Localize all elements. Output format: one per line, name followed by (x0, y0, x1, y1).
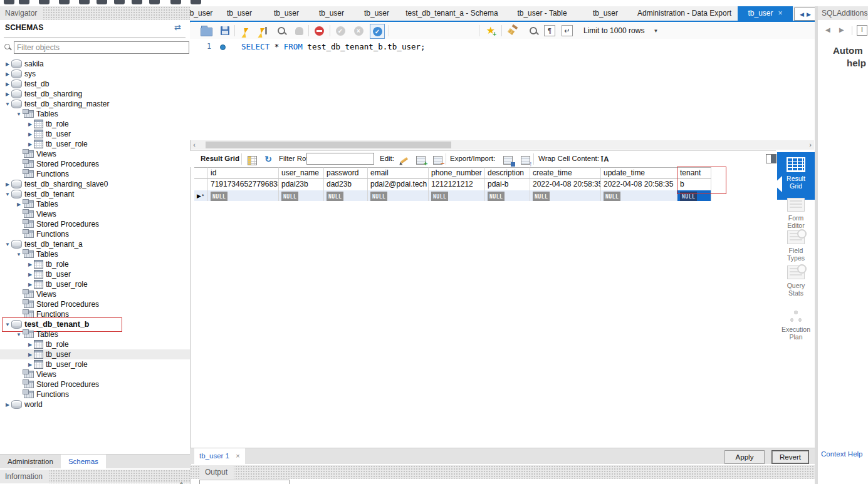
save-script-icon[interactable] (218, 24, 232, 38)
tree-item-tables[interactable]: ▶Tables (0, 199, 190, 209)
stop-on-error-icon[interactable] (312, 24, 326, 38)
chevron-collapsed-icon[interactable]: ▶ (4, 91, 11, 97)
refresh-icon[interactable]: ↻ (261, 152, 275, 166)
sidebar-query-stats-button[interactable]: QueryStats (777, 265, 815, 297)
data-cell-password[interactable]: dad23b (324, 178, 368, 190)
tree-item-test-db-sharding-slave0[interactable]: ▶test_db_sharding_slave0 (0, 179, 190, 189)
chevron-collapsed-icon[interactable]: ▶ (26, 342, 34, 348)
main-toolbar-icon[interactable] (19, 0, 29, 4)
editor-tab[interactable]: tb_user (309, 6, 354, 21)
tree-item-stored-procedures[interactable]: Stored Procedures (0, 379, 190, 389)
edit-record-icon[interactable] (397, 153, 410, 167)
chevron-collapsed-icon[interactable]: ▶ (26, 142, 34, 147)
wrap-cell-icon[interactable]: ĪA (601, 155, 610, 163)
apply-button[interactable]: Apply (724, 450, 765, 464)
tree-item-tb-role[interactable]: ▶tb_role (0, 339, 190, 349)
tab-close-icon[interactable]: × (778, 9, 783, 18)
main-toolbar-icon[interactable] (132, 0, 142, 4)
chevron-collapsed-icon[interactable]: ▶ (26, 262, 34, 267)
sidebar-execution-plan-button[interactable]: ExecutionPlan (777, 311, 815, 341)
chevron-collapsed-icon[interactable]: ▶ (26, 131, 34, 137)
chevron-expanded-icon[interactable]: ▼ (4, 242, 11, 247)
collapse-sidebar-icon[interactable] (766, 154, 776, 163)
chevron-collapsed-icon[interactable]: ▶ (26, 362, 34, 368)
null-cell-tenant[interactable]: NULL (677, 190, 711, 201)
null-cell-create_time[interactable]: NULL (530, 190, 601, 201)
sidebar-result-grid-button[interactable]: ResultGrid (777, 152, 815, 200)
column-header-update_time[interactable]: update_time (601, 167, 677, 178)
null-cell-description[interactable]: NULL (485, 190, 530, 201)
tab-administration[interactable]: Administration (0, 455, 61, 468)
tree-item-tb-role[interactable]: ▶tb_role (0, 119, 190, 129)
chevron-collapsed-icon[interactable]: ▶ (15, 202, 23, 207)
chevron-expanded-icon[interactable]: ▼ (15, 332, 23, 337)
tree-item-views[interactable]: Views (0, 149, 190, 159)
chevron-expanded-icon[interactable]: ▼ (4, 101, 11, 107)
chevron-collapsed-icon[interactable]: ▶ (26, 272, 34, 277)
main-toolbar-icon[interactable] (79, 0, 90, 4)
show-invisibles-icon[interactable]: ¶ (543, 24, 557, 38)
column-header-password[interactable]: password (324, 167, 368, 178)
tree-item-tb-user[interactable]: ▶tb_user (0, 269, 190, 279)
editor-tab[interactable]: tb_user (264, 6, 309, 21)
tree-item-functions[interactable]: Functions (0, 389, 190, 399)
null-cell-email[interactable]: NULL (368, 190, 429, 201)
main-toolbar-icon[interactable] (4, 0, 14, 4)
tree-item-test-db-tenant[interactable]: ▼test_db_tenant (0, 189, 190, 199)
tree-item-tables[interactable]: ▼Tables (0, 109, 190, 119)
column-header-description[interactable]: description (485, 167, 530, 178)
chevron-collapsed-icon[interactable]: ▶ (4, 61, 11, 67)
data-cell-phone_number[interactable]: 1212121212 (429, 178, 485, 190)
chevron-up-icon[interactable]: ^ (179, 481, 184, 484)
save-snippet-icon[interactable]: ★+ (484, 24, 498, 38)
tree-item-views[interactable]: Views (0, 289, 190, 299)
chevron-collapsed-icon[interactable]: ▶ (4, 71, 11, 77)
chevron-expanded-icon[interactable]: ▼ (4, 192, 11, 197)
null-cell-id[interactable]: NULL (208, 190, 279, 201)
export-icon[interactable] (501, 153, 515, 167)
beautify-icon[interactable] (506, 24, 520, 38)
tree-item-tb-user-role[interactable]: ▶tb_user_role (0, 139, 190, 149)
null-cell-phone_number[interactable]: NULL (429, 190, 485, 201)
main-toolbar-icon[interactable] (39, 0, 50, 4)
limit-rows-dropdown[interactable]: Limit to 1000 rows ▼ (583, 24, 669, 37)
data-cell-update_time[interactable]: 2022-04-08 20:58:35 (601, 178, 677, 190)
tree-item-views[interactable]: Views (0, 369, 190, 379)
main-toolbar-icon[interactable] (191, 0, 201, 4)
data-cell-description[interactable]: pdai-b (485, 178, 530, 190)
chevron-collapsed-icon[interactable]: ▶ (26, 282, 34, 287)
sidebar-form-editor-button[interactable]: FormEditor (777, 198, 815, 229)
null-cell-user_name[interactable]: NULL (279, 190, 324, 201)
close-icon[interactable]: × (236, 452, 239, 460)
null-cell-update_time[interactable]: NULL (601, 190, 677, 201)
tree-item-tb-user-role[interactable]: ▶tb_user_role (0, 359, 190, 369)
chevron-expanded-icon[interactable]: ▼ (15, 252, 23, 257)
editor-tab[interactable]: tb_user (580, 6, 631, 21)
tree-item-test-db-sharding[interactable]: ▶test_db_sharding (0, 89, 190, 99)
tree-item-world[interactable]: ▶world (0, 399, 190, 409)
tree-item-tb-user[interactable]: ▶tb_user (0, 349, 190, 359)
tree-item-sakila[interactable]: ▶sakila (0, 59, 190, 69)
tree-item-stored-procedures[interactable]: Stored Procedures (0, 219, 190, 229)
help-back-icon[interactable]: ◀ (825, 26, 830, 33)
tree-item-test-db[interactable]: ▶test_db (0, 79, 190, 89)
column-header-tenant[interactable]: tenant (677, 167, 711, 178)
column-header-phone_number[interactable]: phone_number (429, 167, 485, 178)
tree-item-tb-role[interactable]: ▶tb_role (0, 259, 190, 269)
tree-item-test-db-sharding-master[interactable]: ▼test_db_sharding_master (0, 99, 190, 109)
data-cell-email[interactable]: pdai2@pdai.tech (368, 178, 429, 190)
tree-item-test-db-tenant-b[interactable]: ▼test_db_tenant_b (0, 319, 190, 329)
scroll-right-icon[interactable]: › (807, 140, 814, 150)
tree-item-tb-user-role[interactable]: ▶tb_user_role (0, 279, 190, 289)
data-cell-create_time[interactable]: 2022-04-08 20:58:35 (530, 178, 601, 190)
main-toolbar-icon[interactable] (59, 0, 70, 4)
tree-item-tables[interactable]: ▼Tables (0, 249, 190, 259)
tree-item-tables[interactable]: ▼Tables (0, 329, 190, 339)
data-cell-id[interactable]: 719173465277968384 (208, 178, 279, 190)
find-icon[interactable] (526, 24, 540, 38)
sql-editor[interactable]: 1 SELECT * FROM test_db_tenant_b.tb_user… (190, 39, 815, 140)
chevron-collapsed-icon[interactable]: ▶ (26, 121, 34, 127)
scrollbar-thumb[interactable] (206, 142, 451, 148)
execute-current-icon[interactable] (256, 24, 270, 38)
main-toolbar-icon[interactable] (170, 0, 181, 4)
